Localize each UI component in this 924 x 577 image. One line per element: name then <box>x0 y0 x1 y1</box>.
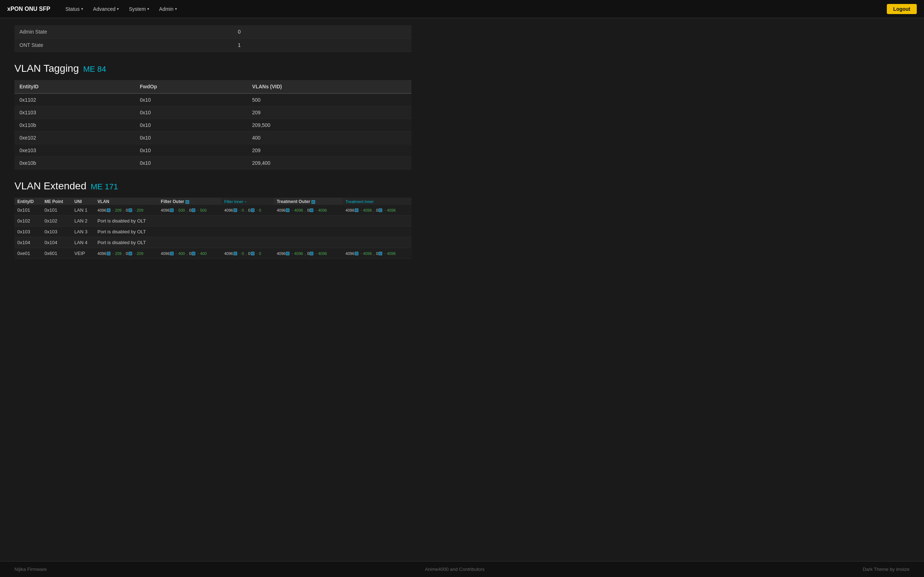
ext-col-filter-outer: Filter Outer <box>158 198 221 205</box>
disabled-msg-cell: Port is disabled by OLT <box>95 216 412 226</box>
entity-id-cell: 0x103 <box>15 226 42 237</box>
uni-cell: LAN 3 <box>71 226 95 237</box>
entity-id-cell: 0x1102 <box>15 93 135 106</box>
vlans-cell: 500 <box>247 93 412 106</box>
vlan-flag-icon[interactable] <box>107 208 110 212</box>
footer-left: Nijika Firmware <box>15 567 47 572</box>
vlan-flag-icon[interactable] <box>107 252 110 255</box>
entity-id-cell: 0xe103 <box>15 144 135 157</box>
vlan-flag-icon[interactable] <box>129 208 132 212</box>
vlan-flag-icon[interactable] <box>251 208 254 212</box>
admin-state-value: 0 <box>233 25 412 39</box>
table-row: 0xe10b 0x10 209,400 <box>15 157 412 169</box>
vlan-tagging-badge: ME 84 <box>83 64 107 74</box>
vlan-cell: 4096→209,0→209 <box>95 205 158 216</box>
treatment-inner-cell: 4096→4096,0→4096 <box>342 248 412 259</box>
treatment-outer-cell: 4096→4096,0→4096 <box>274 248 343 259</box>
vlan-flag-icon[interactable] <box>310 252 313 255</box>
advanced-caret-icon: ▾ <box>117 7 119 11</box>
treatment-inner-cell: 4096→4096,0→4096 <box>342 205 412 216</box>
vlan-flag-icon[interactable] <box>129 252 132 255</box>
fwd-op-cell: 0x10 <box>135 106 247 119</box>
vlan-flag-icon[interactable] <box>234 252 237 255</box>
status-caret-icon: ▾ <box>81 7 83 11</box>
vlan-flag-icon[interactable] <box>379 252 382 255</box>
ext-col-treatment-outer: Treatment Outer <box>274 198 343 205</box>
ext-col-filter-inner: Filter Inner→ <box>221 198 274 205</box>
vlan-extended-badge: ME 171 <box>90 182 118 192</box>
vlans-cell: 400 <box>247 132 412 144</box>
nav-advanced[interactable]: Advanced ▾ <box>89 4 123 14</box>
footer-center: Anime4000 and Contributors <box>425 567 485 572</box>
disabled-msg-cell: Port is disabled by OLT <box>95 237 412 248</box>
table-row: 0x102 0x102 LAN 2 Port is disabled by OL… <box>15 216 412 226</box>
fwd-op-cell: 0x10 <box>135 157 247 169</box>
me-point-cell: 0x601 <box>42 248 71 259</box>
nav-system[interactable]: System ▾ <box>124 4 153 14</box>
me-point-cell: 0x101 <box>42 205 71 216</box>
ext-col-vlan: VLAN <box>95 198 158 205</box>
entity-id-cell: 0x104 <box>15 237 42 248</box>
entity-id-cell: 0x101 <box>15 205 42 216</box>
ext-col-treatment-inner: Treatment Inner <box>342 198 412 205</box>
vlan-flag-icon[interactable] <box>251 252 254 255</box>
uni-cell: VEIP <box>71 248 95 259</box>
vlans-cell: 209 <box>247 144 412 157</box>
filter-inner-cell: 4096→0,0→0 <box>221 205 274 216</box>
nav-admin[interactable]: Admin ▾ <box>155 4 181 14</box>
nav-status[interactable]: Status ▾ <box>61 4 87 14</box>
vlan-tagging-table: EntityID FwdOp VLANs (VID) 0x1102 0x10 5… <box>15 80 412 169</box>
page-wrapper: Admin State 0 ONT State 1 VLAN Tagging M… <box>0 18 924 577</box>
vlans-cell: 209,400 <box>247 157 412 169</box>
scroll-area: Admin State 0 ONT State 1 VLAN Tagging M… <box>0 18 924 577</box>
nav-menu: Status ▾ Advanced ▾ System ▾ Admin ▾ <box>61 4 887 14</box>
vlans-cell: 209 <box>247 106 412 119</box>
vlan-flag-icon[interactable] <box>170 208 174 212</box>
vlan-flag-icon[interactable] <box>234 208 237 212</box>
system-caret-icon: ▾ <box>147 7 149 11</box>
vlan-flag-icon[interactable] <box>310 208 313 212</box>
ext-table-header-main: EntityID ME Point UNI VLAN Filter Outer … <box>15 198 412 205</box>
vlan-flag-icon[interactable] <box>355 252 359 255</box>
logout-button[interactable]: Logout <box>887 4 917 14</box>
vlan-extended-title: VLAN Extended ME 171 <box>15 180 909 192</box>
admin-state-label: Admin State <box>15 25 233 39</box>
vlan-flag-icon[interactable] <box>170 252 174 255</box>
brand-title: xPON ONU SFP <box>7 6 50 12</box>
uni-cell: LAN 2 <box>71 216 95 226</box>
vlan-flag-icon[interactable] <box>355 208 359 212</box>
footer: Nijika Firmware Anime4000 and Contributo… <box>0 561 924 577</box>
col-vlans-vid: VLANs (VID) <box>247 80 412 93</box>
vlan-flag-icon[interactable] <box>192 208 195 212</box>
vlan-flag-icon[interactable] <box>286 208 289 212</box>
table-row: Admin State 0 <box>15 25 412 39</box>
table-row: 0x1103 0x10 209 <box>15 106 412 119</box>
vlan-extended-table: EntityID ME Point UNI VLAN Filter Outer … <box>15 198 412 259</box>
entity-id-cell: 0xe01 <box>15 248 42 259</box>
entity-id-cell: 0x102 <box>15 216 42 226</box>
filter-inner-cell: 4096→0,0→0 <box>221 248 274 259</box>
uni-cell: LAN 1 <box>71 205 95 216</box>
vlan-flag-icon[interactable] <box>379 208 382 212</box>
treatment-outer-cell: 4096→4096,0→4096 <box>274 205 343 216</box>
me-point-cell: 0x103 <box>42 226 71 237</box>
entity-id-cell: 0xe10b <box>15 157 135 169</box>
filter-outer-cell: 4096→400,0→400 <box>158 248 221 259</box>
vlan-flag-icon[interactable] <box>192 252 195 255</box>
me-point-cell: 0x102 <box>42 216 71 226</box>
navbar: xPON ONU SFP Status ▾ Advanced ▾ System … <box>0 0 924 18</box>
disabled-msg-cell: Port is disabled by OLT <box>95 226 412 237</box>
table-row: 0x103 0x103 LAN 3 Port is disabled by OL… <box>15 226 412 237</box>
table-row: 0x110b 0x10 209,500 <box>15 119 412 132</box>
fwd-op-cell: 0x10 <box>135 119 247 132</box>
vlans-cell: 209,500 <box>247 119 412 132</box>
vlan-flag-icon[interactable] <box>286 252 289 255</box>
entity-id-cell: 0xe102 <box>15 132 135 144</box>
table-row: 0x104 0x104 LAN 4 Port is disabled by OL… <box>15 237 412 248</box>
table-row: 0xe103 0x10 209 <box>15 144 412 157</box>
footer-right: Dark Theme by imoize <box>863 567 909 572</box>
col-entity-id: EntityID <box>15 80 135 93</box>
table-row: ONT State 1 <box>15 39 412 52</box>
table-row: 0xe01 0x601 VEIP 4096→209,0→209 4096→400… <box>15 248 412 259</box>
ont-state-label: ONT State <box>15 39 233 52</box>
